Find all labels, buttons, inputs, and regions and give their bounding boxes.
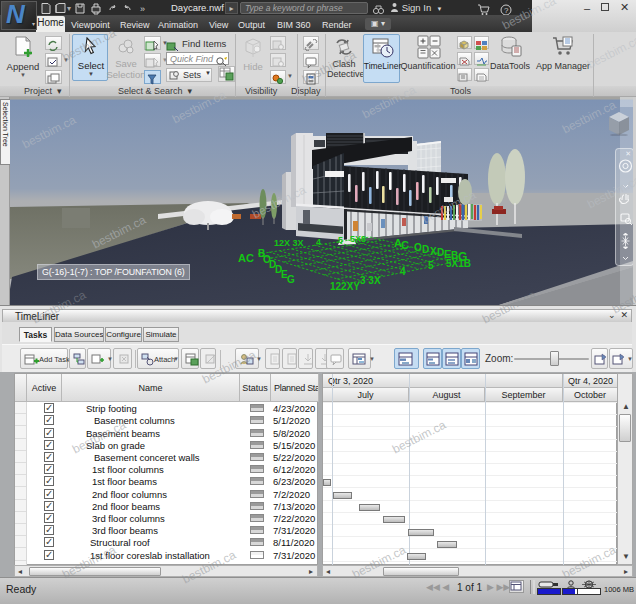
svg-text:5: 5: [428, 260, 434, 271]
svg-text:AC: AC: [238, 252, 254, 264]
svg-text:O: O: [414, 242, 422, 253]
svg-text:4: 4: [400, 266, 406, 277]
svg-text:▾: ▾: [67, 4, 71, 13]
svg-text:3 3X: 3 3X: [360, 275, 381, 286]
svg-text:»: »: [140, 4, 145, 14]
svg-text:5: 5: [338, 235, 343, 245]
svg-text:5X1B: 5X1B: [446, 258, 471, 269]
svg-text:D: D: [422, 244, 429, 255]
svg-text:12X 3X: 12X 3X: [274, 238, 304, 248]
svg-text:4: 4: [316, 237, 321, 247]
svg-text:?: ?: [504, 6, 509, 15]
svg-text:C: C: [401, 239, 409, 251]
svg-text:G: G: [287, 274, 295, 285]
svg-text:122XY: 122XY: [330, 281, 360, 292]
svg-text:5X8: 5X8: [350, 234, 366, 244]
svg-text:X: X: [430, 246, 437, 257]
